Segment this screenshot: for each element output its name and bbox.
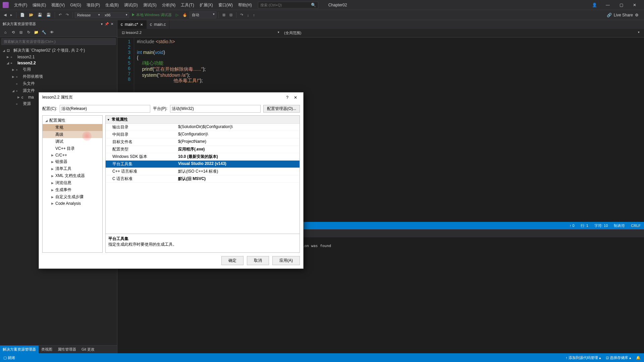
grid-header[interactable]: ▾ 常规属性 [106,116,300,124]
dialog-tree-item[interactable]: ▶浏览信息 [43,179,102,186]
panel-tab[interactable]: 类视图 [39,346,55,353]
step-into-icon[interactable]: ↓ [246,12,251,18]
dropdown-icon[interactable]: ▾ [100,22,104,26]
collapse-icon[interactable]: ⊟ [17,29,24,36]
platform-combo[interactable]: 活动(Win32) [170,105,261,113]
auto-select[interactable]: 自动 [190,11,216,18]
config-select[interactable]: Release [75,12,102,18]
dialog-tree-item[interactable]: 调试 [43,138,102,145]
sync-icon[interactable]: ⟲ [10,29,16,36]
grid-row[interactable]: Windows SDK 版本10.0 (最新安装的版本) [106,153,300,161]
search-box[interactable]: 🔍 [258,2,318,8]
panel-tab[interactable]: 解决方案资源管理器 [0,346,39,353]
grid-row[interactable]: C++ 语言标准默认(ISO C++14 标准) [106,168,300,175]
save-icon[interactable]: 💾 [36,12,44,18]
tree-item[interactable]: ▶▫引用 [0,66,117,73]
config-combo[interactable]: 活动(Release) [60,105,150,113]
grid-row[interactable]: C 语言标准默认(旧 MSVC) [106,175,300,183]
status-add-src[interactable]: ↑ 添加到源代码管理 ▴ [566,355,601,360]
user-icon[interactable]: 👤 [588,0,601,10]
step-out-icon[interactable]: ↑ [251,12,257,18]
maximize-button[interactable]: ▢ [614,0,628,10]
menu-s[interactable]: 测试(S) [141,3,159,7]
open-icon[interactable]: 📂 [27,12,35,18]
dialog-tree-item[interactable]: ▶生成事件 [43,186,102,193]
menu-e[interactable]: 编辑(E) [30,3,49,7]
pin-icon[interactable]: 📌 [104,22,110,26]
menu-v[interactable]: 视图(V) [49,3,67,7]
tree-item[interactable]: ◢▫lesson2.2 [0,60,117,66]
close-icon[interactable]: ✕ [110,22,114,26]
menu-n[interactable]: 分析(N) [159,3,178,7]
breadcrumb-project[interactable]: ⊡ lesson2.2 [120,29,281,37]
grid-row[interactable]: 配置类型应用程序(.exe) [106,146,300,153]
notification-icon[interactable]: 🔔 [636,356,641,360]
platform-select[interactable]: x86 [102,12,129,18]
dialog-tree-item[interactable]: 高级 [43,131,102,138]
dialog-tree-item[interactable]: ◢配置属性 [43,117,102,124]
tree-root[interactable]: ◢ ⊡ 解决方案 'Chapter02' (2 个项目, 共 2 个) [0,47,117,54]
undo-icon[interactable]: ↶ [57,12,63,18]
solution-search-input[interactable] [1,38,116,45]
tool-icon[interactable]: ⊟ [228,12,234,18]
apply-button[interactable]: 应用(A) [272,256,300,265]
tree-item[interactable]: ▶▫外部依赖项 [0,73,117,80]
minimize-button[interactable]: — [601,0,614,10]
menu-f[interactable]: 文件(F) [11,3,30,7]
dialog-tree-item[interactable]: 常规 [43,124,102,131]
menu-x[interactable]: 扩展(X) [197,3,216,7]
nav-fwd-icon[interactable]: ▸ [9,12,14,18]
show-all-icon[interactable]: 📁 [33,29,40,36]
close-button[interactable]: ✕ [291,95,300,100]
home-icon[interactable]: ⌂ [2,29,9,36]
menu-p[interactable]: 项目(P) [84,3,103,7]
dialog-tree-item[interactable]: ▶Code Analysis [43,200,102,206]
dialog-tree-item[interactable]: ▶自定义生成步骤 [43,193,102,200]
save-all-icon[interactable]: 💾 [45,12,53,18]
status-select-repo[interactable]: ⊡ 选择存储库 ▴ [606,355,631,360]
preview-icon[interactable]: 👁 [48,29,55,36]
panel-tab[interactable]: Git 更改 [79,346,97,353]
panel-tab[interactable]: 属性管理器 [55,346,79,353]
menu-h[interactable]: 帮助(H) [235,3,255,7]
redo-icon[interactable]: ↷ [64,12,70,18]
menu-d[interactable]: 调试(D) [121,3,141,7]
menu-b[interactable]: 生成(B) [103,3,121,7]
new-file-icon[interactable]: 📄 [18,12,26,18]
tree-item[interactable]: ▫头文件 [0,80,117,87]
panel-tabs: 解决方案资源管理器类视图属性管理器Git 更改 [0,345,117,353]
dialog-tree-item[interactable]: ▶XML 文档生成器 [43,172,102,179]
refresh-icon[interactable]: ↻ [25,29,32,36]
config-manager-button[interactable]: 配置管理器(O)... [263,105,300,113]
nav-back-icon[interactable]: ◀ [2,12,8,18]
dialog-tree-item[interactable]: ▶C/C++ [43,152,102,158]
grid-row[interactable]: 目标文件名$(ProjectName) [106,138,300,146]
properties-icon[interactable]: 🔧 [41,29,47,36]
ok-button[interactable]: 确定 [221,256,244,265]
editor-tab[interactable]: cmain.c*✕ [117,20,147,29]
breadcrumb-scope[interactable]: (全局范围) [282,29,641,37]
dialog-tree-item[interactable]: ▶链接器 [43,158,102,165]
step-over-icon[interactable]: ↷ [238,12,245,18]
grid-row[interactable]: 输出目录$(SolutionDir)$(Configuration)\ [106,124,300,131]
grid-row[interactable]: 平台工具集Visual Studio 2022 (v143) [106,161,300,168]
dialog-tree-item[interactable]: ▶清单工具 [43,165,102,172]
search-input[interactable] [260,3,311,7]
hot-reload-icon[interactable]: 🔥 [181,12,189,18]
menu-t[interactable]: 工具(T) [178,3,197,7]
help-button[interactable]: ? [283,95,291,100]
grid-row[interactable]: 中间目录$(Configuration)\ [106,131,300,138]
start-debug-button[interactable]: ▶ 本地 Windows 调试器 [130,11,173,18]
menu-gitg[interactable]: Git(G) [67,3,84,7]
close-button[interactable]: ✕ [628,0,641,10]
status-ready: ▢ 就绪 [3,355,15,360]
dialog-tree-item[interactable]: VC++ 目录 [43,145,102,152]
tool-icon[interactable]: ⊞ [221,12,227,18]
tree-item[interactable]: ▶▫lesson2.1 [0,54,117,60]
cancel-button[interactable]: 取消 [247,256,269,265]
close-tab-icon[interactable]: ✕ [140,23,143,26]
start-nodebug-button[interactable]: ▷ [174,12,180,18]
menu-w[interactable]: 窗口(W) [216,3,235,7]
liveshare-button[interactable]: 🔗 Live Share ⚙ [607,13,642,17]
editor-tab[interactable]: cmain.c [147,20,169,29]
